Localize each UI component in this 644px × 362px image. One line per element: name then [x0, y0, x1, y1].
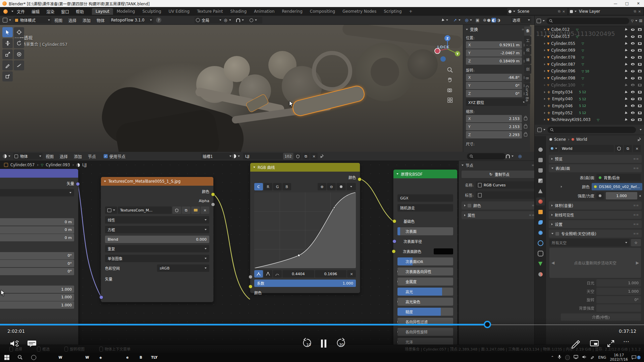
tab-object[interactable] — [536, 208, 545, 216]
workspace-tab[interactable]: UV Editing — [165, 8, 194, 15]
render-camera-icon[interactable] — [638, 42, 642, 45]
curve-point[interactable] — [333, 207, 335, 208]
color-swatch[interactable] — [434, 248, 453, 254]
workspace-tab[interactable]: Texture Paint — [193, 8, 226, 15]
rotation-mode-dropdown[interactable]: XYZ 欧拉 — [466, 99, 527, 106]
bsdf-input-row[interactable]: 次表面 — [397, 227, 453, 235]
bsdf-input-row[interactable]: 次表面半径 — [397, 237, 453, 245]
outliner-row[interactable]: Empty.040 5 12 — [535, 96, 644, 103]
outliner-row[interactable]: Cylinder.078 ▽ — [535, 54, 644, 61]
sky-medium-button[interactable]: 介质(中性) — [561, 313, 641, 321]
breadcrumb-world[interactable]: World — [576, 137, 587, 142]
attributes-panel[interactable]: 属性≡≡ — [462, 211, 534, 219]
render-camera-icon[interactable] — [638, 84, 642, 86]
visibility-eye-icon[interactable] — [631, 98, 635, 100]
options-dropdown[interactable]: 选项 — [511, 17, 531, 23]
scale-field[interactable]: Y2.153 — [466, 123, 522, 130]
visibility-eye-icon[interactable] — [631, 28, 635, 31]
selectable-icon[interactable] — [625, 28, 628, 32]
node-name-field[interactable]: RGB Curves — [476, 181, 534, 189]
users-count-badge[interactable]: 102 — [283, 153, 293, 160]
render-camera-icon[interactable] — [638, 49, 642, 52]
delete-point-icon[interactable]: × — [347, 270, 356, 278]
alpha-output-socket[interactable] — [211, 202, 215, 206]
display-icon[interactable] — [574, 355, 578, 360]
maximize-button[interactable]: □ — [621, 0, 633, 7]
render-camera-icon[interactable] — [638, 56, 642, 59]
outliner-row[interactable]: Empty.052 5 12 — [535, 109, 644, 116]
outliner-row[interactable]: Empty.046 5 12 — [535, 103, 644, 110]
colorspace-dropdown[interactable]: sRGB — [157, 264, 209, 272]
tab-object-data[interactable] — [536, 260, 545, 268]
mapping-rotation-field[interactable]: 0° — [0, 260, 74, 267]
visibility-eye-icon[interactable] — [631, 49, 635, 52]
world-name-field[interactable]: World — [559, 145, 614, 152]
fac-slider[interactable]: 系数1.000 — [254, 280, 356, 287]
render-camera-icon[interactable] — [638, 105, 642, 107]
taskbar-app-icon[interactable]: B — [137, 353, 145, 361]
subsurface-method-dropdown[interactable]: 随机游走 — [397, 204, 453, 212]
color-value-field[interactable]: DS360_050_v02_Ref... — [592, 183, 642, 190]
panel-sky-addon[interactable]: 专业照明:天空(终极)≡≡ — [549, 230, 642, 238]
selectable-icon[interactable] — [625, 97, 628, 101]
blend-slider[interactable]: Blend0.000 — [105, 236, 209, 243]
viewport-menu-item[interactable]: 选择 — [65, 17, 79, 23]
new-collection-icon[interactable]: ⊞ — [639, 18, 642, 23]
sidebar-tab[interactable]: 工 — [524, 36, 531, 45]
bsdf-input-row[interactable]: 高光 — [397, 288, 453, 296]
material-name-field[interactable]: LJJ — [243, 153, 287, 160]
editor-type-icon[interactable] — [3, 154, 10, 158]
point-y-field[interactable]: 0.1696 — [315, 270, 347, 278]
sidebar-tab[interactable]: B — [524, 74, 530, 82]
help-button[interactable]: ? — [156, 17, 161, 23]
strength-socket-icon[interactable] — [596, 192, 604, 199]
menu-item[interactable]: 文件 — [13, 9, 28, 14]
visibility-eye-icon[interactable] — [631, 112, 635, 114]
pan-hand-icon[interactable] — [447, 77, 453, 84]
minimize-button[interactable]: — — [610, 0, 621, 7]
copy-icon[interactable]: ⧉ — [634, 9, 636, 13]
camera-view-icon[interactable] — [447, 87, 453, 95]
input-socket[interactable] — [397, 269, 398, 274]
scale-field[interactable]: Z2.293 — [466, 131, 522, 138]
panel-settings[interactable]: 设置≡≡ — [549, 220, 642, 228]
location-field[interactable]: Z0.18409 m — [466, 57, 522, 65]
render-camera-icon[interactable] — [638, 91, 642, 94]
projection-dropdown[interactable]: 方框 — [105, 226, 209, 233]
shading-rendered-icon[interactable]: ◑ — [497, 18, 500, 22]
bsdf-input-row[interactable]: 金属度 — [397, 278, 453, 286]
visibility-eye-icon[interactable] — [631, 105, 635, 107]
sidebar-tab[interactable]: 条 — [524, 26, 531, 36]
gizmos-toggle[interactable]: ↗ — [453, 18, 461, 22]
measure-tool[interactable] — [14, 60, 24, 70]
fake-user-shield-icon[interactable] — [172, 206, 181, 214]
workspace-tab[interactable]: Modeling — [113, 8, 139, 15]
mapping-scale-field[interactable]: 1.000 — [0, 294, 74, 301]
navigation-gizmo[interactable]: Z Y — [432, 34, 463, 65]
vector-input-socket[interactable] — [99, 295, 103, 299]
selectable-icon[interactable] — [625, 83, 628, 87]
image-texture-node[interactable]: TexturesCom_MetalBare0055_1_S.jpg 颜色 Alp… — [101, 177, 214, 302]
taskbar-app-icon[interactable]: W — [56, 353, 65, 361]
render-camera-icon[interactable] — [638, 28, 642, 31]
search-button[interactable] — [16, 353, 24, 361]
zoom-out-icon[interactable]: ⊖ — [327, 183, 336, 190]
color-output-socket[interactable] — [358, 177, 362, 181]
orientation-selector[interactable]: 全局 — [195, 17, 223, 23]
mapping-location-field[interactable]: 0 m — [0, 218, 74, 226]
location-field[interactable]: Y-2.0467 m — [466, 49, 522, 57]
taskbar-app-icon[interactable]: ◈ — [96, 353, 105, 361]
mapping-rotation-field[interactable]: 0° — [0, 252, 74, 259]
sidebar-tab[interactable]: 创 — [524, 65, 531, 74]
menu-item[interactable]: 渲染 — [43, 9, 58, 14]
volume-icon[interactable] — [9, 339, 19, 348]
selectable-icon[interactable] — [625, 35, 628, 38]
mapping-scale-field[interactable]: 1.000 — [0, 301, 74, 309]
progress-bar-filled[interactable] — [0, 324, 487, 325]
location-field[interactable]: X0.92911 m — [466, 41, 522, 49]
retopoflow-menu[interactable]: RetopoFlow 3.1.0 — [110, 17, 153, 23]
shader-type-selector[interactable]: 物体 — [13, 153, 43, 160]
selectable-icon[interactable] — [625, 42, 628, 45]
menu-item[interactable]: 帮助 — [72, 9, 87, 14]
visibility-eye-icon[interactable] — [631, 63, 635, 65]
